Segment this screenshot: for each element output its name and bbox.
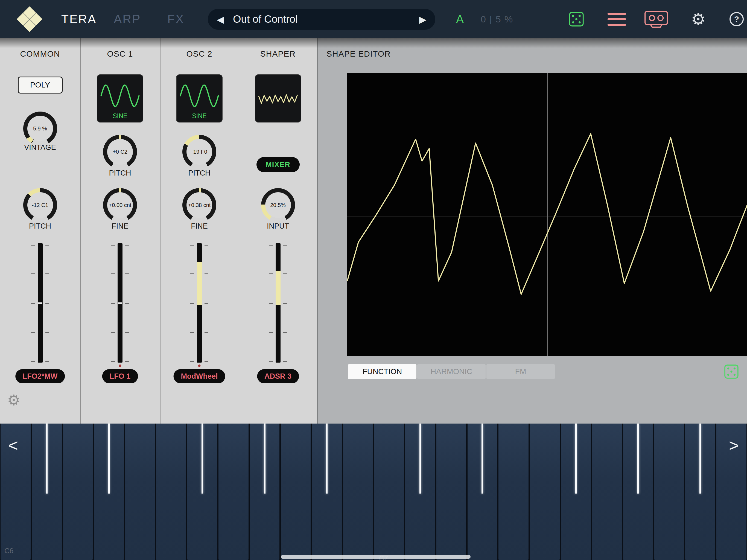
osc2-pitch-label: PITCH [160, 169, 239, 177]
black-key-marker [108, 424, 110, 493]
column-divider [160, 38, 160, 424]
piano-key[interactable] [374, 424, 404, 560]
piano-key[interactable] [468, 424, 498, 560]
menu-lines-icon[interactable] [606, 0, 628, 38]
osc2-fine-knob[interactable]: +0.38 cnt [182, 188, 216, 222]
keyboard-keys[interactable] [0, 424, 747, 560]
piano-key[interactable] [561, 424, 591, 560]
help-icon[interactable]: ? [726, 0, 747, 38]
tab-arp[interactable]: ARP [114, 0, 141, 38]
octave-label-c6: C6 [4, 546, 14, 555]
slider-handle[interactable] [118, 302, 122, 304]
piano-key[interactable] [343, 424, 373, 560]
piano-key[interactable] [592, 424, 622, 560]
osc2-fine-knob-value: +0.38 cnt [186, 192, 212, 218]
black-key-marker [699, 424, 701, 493]
shaper-input-label: INPUT [239, 222, 317, 230]
preset-prev-button[interactable]: ◀ [208, 14, 233, 25]
piano-key[interactable] [623, 424, 653, 560]
tab-tera[interactable]: TERA [61, 0, 97, 38]
randomize-shape-dice-icon[interactable] [724, 364, 739, 379]
common-level-slider[interactable] [31, 244, 50, 362]
shape-editor-title: SHAPE EDITOR [327, 49, 391, 58]
vintage-knob[interactable]: 5.9 % [23, 111, 57, 146]
piano-key[interactable] [250, 424, 280, 560]
piano-key[interactable] [498, 424, 529, 560]
octave-down-button[interactable]: < [8, 436, 18, 455]
piano-key[interactable] [156, 424, 186, 560]
piano-key[interactable] [312, 424, 342, 560]
osc2-mod-source-badge[interactable]: ModWheel [174, 369, 225, 383]
octave-up-button[interactable]: > [729, 436, 739, 455]
column-settings-gear-icon[interactable]: ⚙ [7, 391, 20, 409]
keyboard-scrollbar[interactable] [281, 555, 470, 559]
osc1-mod-source-badge[interactable]: LFO 1 [102, 369, 138, 383]
osc1-mod-indicator-dot [119, 364, 121, 367]
poly-mode-button[interactable]: POLY [18, 77, 62, 94]
column-divider [80, 38, 81, 424]
piano-key[interactable] [405, 424, 435, 560]
tab-fm[interactable]: FM [486, 364, 555, 379]
slider-handle[interactable] [38, 302, 42, 304]
slider-fill [276, 271, 281, 305]
piano-key[interactable] [530, 424, 560, 560]
shape-editor-display[interactable] [347, 73, 747, 356]
piano-key[interactable] [187, 424, 217, 560]
tab-function[interactable]: FUNCTION [348, 364, 416, 379]
osc1-pitch-knob[interactable]: +0 C2 [103, 135, 137, 169]
piano-keyboard[interactable]: < > C6 C7 [0, 424, 747, 560]
piano-key[interactable] [94, 424, 124, 560]
osc2-panel: OSC 2 SINE -19 F0 PITCH +0.38 cnt FINE M… [160, 38, 239, 424]
piano-key[interactable] [654, 424, 685, 560]
part-letter-badge[interactable]: A [456, 0, 464, 38]
osc2-waveform-display[interactable]: SINE [176, 74, 223, 123]
piano-key[interactable] [685, 424, 715, 560]
mixer-mode-badge[interactable]: MIXER [256, 157, 300, 172]
shaper-level-slider[interactable] [268, 244, 288, 362]
preset-next-button[interactable]: ▶ [410, 14, 435, 25]
settings-gear-icon[interactable]: ⚙ [688, 0, 709, 38]
virsyn-logo-icon[interactable] [15, 6, 44, 33]
randomize-dice-icon[interactable] [567, 0, 586, 38]
tab-harmonic[interactable]: HARMONIC [417, 364, 486, 379]
black-key-marker [202, 424, 203, 493]
black-key-marker [326, 424, 328, 493]
osc1-fine-knob[interactable]: +0.00 cnt [103, 188, 137, 222]
recorder-cassette-icon[interactable] [642, 0, 670, 38]
black-key-marker [46, 424, 48, 493]
osc2-level-slider[interactable] [190, 244, 209, 362]
shaper-input-knob[interactable]: 20.5% [261, 188, 295, 222]
tab-fx[interactable]: FX [168, 0, 184, 38]
vintage-knob-value: 5.9 % [27, 116, 53, 142]
slider-fill [197, 262, 202, 305]
common-panel: COMMON POLY 5.9 % VINTAGE -12 C1 PITCH L… [0, 38, 80, 424]
piano-key[interactable] [125, 424, 155, 560]
osc2-pitch-knob[interactable]: -19 F0 [182, 135, 216, 169]
osc1-waveform-name: SINE [97, 112, 143, 120]
osc2-panel-title: OSC 2 [160, 49, 239, 58]
osc2-pitch-knob-value: -19 F0 [186, 139, 212, 164]
shaper-waveform-display[interactable] [255, 74, 301, 123]
shape-waveform [347, 73, 747, 356]
common-pitch-knob[interactable]: -12 C1 [23, 188, 57, 222]
black-key-marker [637, 424, 639, 493]
shaper-input-knob-value: 20.5% [265, 192, 291, 218]
shaper-panel: SHAPER MIXER 20.5% INPUT ADSR 3 [239, 38, 317, 424]
common-panel-title: COMMON [0, 49, 80, 58]
piano-key[interactable] [218, 424, 249, 560]
piano-key[interactable] [436, 424, 466, 560]
osc1-fine-label: FINE [80, 222, 160, 230]
osc2-mod-indicator-dot [198, 364, 201, 367]
piano-key[interactable] [32, 424, 62, 560]
piano-key[interactable] [63, 424, 93, 560]
osc1-panel-title: OSC 1 [80, 49, 160, 58]
osc1-waveform-display[interactable]: SINE [97, 74, 143, 123]
shaper-ripple-wave [255, 75, 301, 122]
common-mod-source-badge[interactable]: LFO2*MW [15, 369, 65, 383]
osc1-fine-knob-value: +0.00 cnt [107, 192, 133, 218]
piano-key[interactable] [281, 424, 311, 560]
preset-name[interactable]: Out of Control [233, 14, 410, 25]
shaper-mod-source-badge[interactable]: ADSR 3 [257, 369, 299, 383]
osc1-level-slider[interactable] [110, 244, 130, 362]
black-key-marker [575, 424, 577, 493]
